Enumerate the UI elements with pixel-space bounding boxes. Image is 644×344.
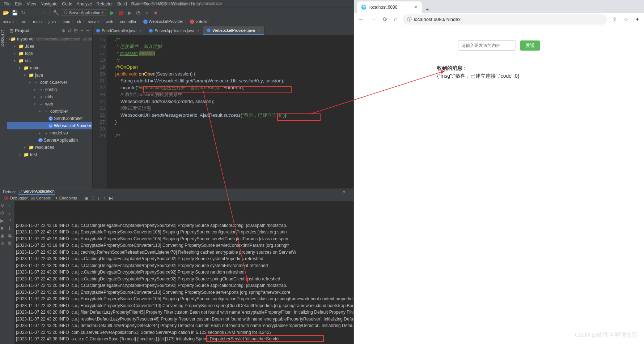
send-button[interactable]: 发送 [520, 40, 540, 51]
back-icon[interactable]: ← [31, 9, 39, 16]
tree-item-logs[interactable]: ▸📁logs [7, 50, 92, 57]
close-icon[interactable]: × [258, 28, 260, 33]
tree-item-utils[interactable]: ▸▫utils [7, 93, 92, 100]
menu-view[interactable]: View [25, 1, 38, 7]
menu-file[interactable]: File [1, 1, 13, 7]
menu-code[interactable]: Code [60, 1, 75, 7]
tree-item-websocketprovider[interactable]: CWebsocketProvider [7, 122, 92, 129]
breadcrumb-item[interactable]: server [2, 20, 15, 24]
editor-tab[interactable]: SendController.java× [93, 26, 145, 35]
tree-item-serverapplication[interactable]: CServerApplication [7, 137, 92, 144]
breadcrumb-item[interactable]: src [20, 20, 27, 24]
open-icon[interactable]: 📂 [2, 9, 9, 16]
breadcrumb-item[interactable]: com [62, 20, 71, 24]
up-icon[interactable]: ↑ [8, 203, 11, 208]
puzzle-icon[interactable]: ✦ [634, 16, 641, 23]
tree-item-src[interactable]: ▾📁src [7, 57, 92, 64]
collapse-icon[interactable]: ⊟ [73, 28, 79, 33]
stop-icon[interactable]: ■ [152, 9, 159, 16]
rerun-icon[interactable]: ↻ [0, 203, 4, 208]
breadcrumb-item[interactable]: server [87, 20, 100, 24]
close-icon[interactable]: × [197, 29, 199, 33]
forward-icon[interactable]: → [40, 9, 47, 16]
tree-item-resources[interactable]: ▸📁resources [7, 144, 92, 151]
home-icon[interactable]: ⌂ [393, 16, 399, 23]
tree-item-web[interactable]: ▾▫web [7, 100, 92, 108]
wrap-icon[interactable]: ⤶ [8, 218, 12, 223]
layout-icon[interactable]: ▣ [85, 196, 88, 201]
tree-item-myserver[interactable]: ▾📁myserverD:\tool\xiang2\springboot_webs… [7, 35, 92, 43]
settings-icon[interactable]: ✶ [79, 28, 85, 33]
resume-icon[interactable]: ▶ [0, 218, 4, 223]
run-to-icon[interactable]: ▶| [109, 196, 113, 201]
tree-item-java[interactable]: ▾📁java [7, 72, 92, 79]
tree-item-model-vo[interactable]: ▸▫model.vo [7, 129, 92, 137]
tree-item-sendcontroller[interactable]: CSendController [7, 115, 92, 122]
editor-tab[interactable]: ServerApplication.java× [145, 26, 203, 35]
mute-icon[interactable]: ⊘ [0, 241, 4, 246]
breadcrumb-class[interactable]: WebsocketProvider [143, 19, 184, 24]
breadcrumb-method[interactable]: onError [189, 19, 209, 24]
expand-icon[interactable]: ⇄ [67, 28, 73, 33]
tree-item-com-ck-server[interactable]: ▾▫com.ck.server [7, 79, 92, 86]
tree-item-controller[interactable]: ▾▫controller [7, 108, 92, 115]
code-editor[interactable]: /** * 连接事件，加入注解 * @param session */ @OnO… [107, 35, 353, 189]
step-over-icon[interactable]: ⤵ [92, 196, 94, 200]
breakpoints-icon[interactable]: ◉ [0, 233, 4, 238]
step-into-icon[interactable]: ↓ [98, 196, 100, 200]
down-icon[interactable]: ↓ [8, 210, 11, 216]
tree-item-test[interactable]: ▸📁test [7, 151, 92, 158]
browser-tab[interactable]: 🌐 localhost:6080 ✕ [357, 1, 422, 13]
scroll-icon[interactable]: ⤓ [8, 225, 12, 231]
save-icon[interactable]: 💾 [11, 9, 18, 16]
editor-tab[interactable]: WebsocketProvider.java× [203, 26, 264, 35]
breadcrumb-item[interactable]: java [48, 20, 56, 24]
menu-refactor[interactable]: Refactor [94, 1, 115, 7]
endpoints-tab[interactable]: ✦Endpoints [55, 196, 77, 201]
breadcrumb-item[interactable]: controller [119, 20, 137, 24]
back-icon[interactable]: ← [357, 16, 365, 23]
tree-item-main[interactable]: ▾📁main [7, 64, 92, 72]
new-tab-button[interactable]: + [422, 7, 432, 13]
message-input[interactable] [458, 40, 516, 51]
settings-icon[interactable]: ✶ [342, 190, 346, 194]
menu-navigate[interactable]: Navigate [38, 1, 60, 7]
stop-icon[interactable]: ■ [1, 225, 4, 231]
clear-icon[interactable]: 🗑 [7, 241, 12, 246]
menu-build[interactable]: Build [115, 1, 129, 7]
run-icon[interactable]: ▶ [109, 9, 116, 16]
profile-icon[interactable]: ◔ [135, 9, 142, 16]
attach-icon[interactable]: ⎆ [143, 9, 151, 16]
console-tab[interactable]: ▤Console [31, 196, 51, 201]
star-icon[interactable]: ☆ [622, 16, 630, 23]
breadcrumb-item[interactable]: ck [76, 20, 82, 24]
close-icon[interactable]: ✕ [414, 5, 418, 10]
menu-analyze[interactable]: Analyze [75, 1, 94, 7]
share-icon[interactable]: ⇪ [611, 16, 618, 23]
step-out-icon[interactable]: ↑ [103, 196, 105, 200]
close-icon[interactable]: × [139, 29, 141, 33]
sync-icon[interactable]: ↻ [20, 9, 27, 16]
print-icon[interactable]: 🖶 [7, 233, 12, 238]
coverage-icon[interactable]: ▶ [126, 9, 133, 16]
project-toolwindow-button[interactable]: 1: Project [0, 28, 6, 189]
breadcrumb-item[interactable]: web [105, 20, 114, 24]
tree-item--idea[interactable]: ▸📁.idea [7, 43, 92, 50]
breadcrumb-item[interactable]: main [32, 20, 42, 24]
forward-icon[interactable]: → [369, 16, 378, 23]
hide-icon[interactable]: − [85, 28, 90, 33]
debug-icon[interactable]: 🐞 [117, 9, 124, 16]
project-tree[interactable]: ▾📁myserverD:\tool\xiang2\springboot_webs… [7, 35, 92, 189]
hide-icon[interactable]: − [348, 190, 351, 194]
debugger-tab[interactable]: 🐞Debugger [4, 196, 27, 201]
debug-config-tab[interactable]: ⬡ ServerApplication [18, 189, 54, 195]
tree-item-config[interactable]: ▸▫config [7, 86, 92, 93]
menu-edit[interactable]: Edit [13, 1, 25, 7]
build-icon[interactable]: 🔨 [52, 9, 59, 16]
run-config-dropdown[interactable]: ⬡ ServerApplication ▾ [61, 9, 107, 16]
modify-icon[interactable]: ⚙ [0, 210, 4, 216]
received-title: 收到的消息： [437, 65, 637, 72]
select-opened-icon[interactable]: ⊕ [60, 28, 67, 33]
address-bar[interactable]: ⓘ localhost:6080/#/index [403, 14, 607, 25]
reload-icon[interactable]: ⟳ [381, 16, 389, 23]
